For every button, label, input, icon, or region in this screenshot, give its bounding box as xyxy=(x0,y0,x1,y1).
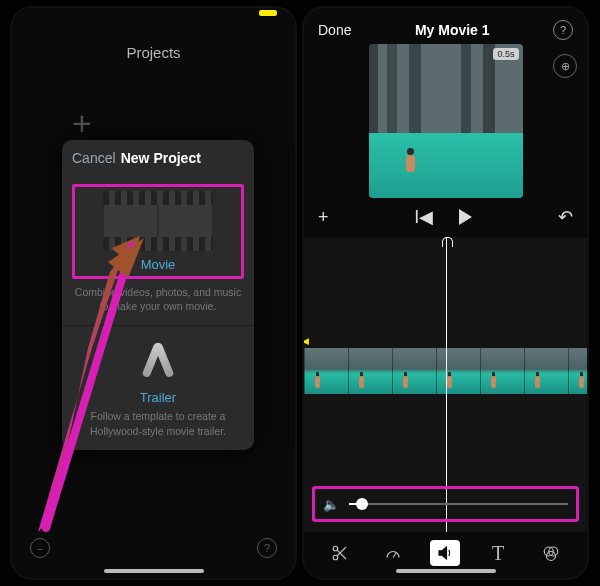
clip-thumbnail[interactable] xyxy=(436,348,480,394)
annotation-highlight: Movie xyxy=(72,184,244,279)
clip-thumbnail[interactable] xyxy=(392,348,436,394)
add-project-button[interactable]: + xyxy=(72,104,92,143)
clip-thumbnail[interactable] xyxy=(524,348,568,394)
volume-slider[interactable]: 🔈 xyxy=(312,486,579,522)
transport-controls: + I◀ ↶ xyxy=(304,206,587,228)
trailer-icon xyxy=(134,340,182,384)
undo-button[interactable]: ↶ xyxy=(558,206,573,228)
clip-duration-badge: 0.5s xyxy=(493,48,518,60)
footer-help-icon[interactable]: ? xyxy=(257,538,277,558)
volume-track[interactable] xyxy=(349,503,568,505)
status-indicator xyxy=(259,10,277,16)
sheet-title: New Project xyxy=(116,150,206,166)
phone-editor: Done My Movie 1 ? ⊕ 0.5s + I◀ ↶ xyxy=(302,6,589,580)
home-indicator[interactable] xyxy=(104,569,204,573)
project-title: My Movie 1 xyxy=(351,22,553,38)
clip-thumbnail[interactable] xyxy=(568,348,589,394)
add-media-button[interactable]: + xyxy=(318,207,329,228)
speaker-icon: 🔈 xyxy=(323,497,339,512)
movie-option-title: Movie xyxy=(81,257,235,272)
projects-header: Projects xyxy=(12,44,295,61)
titles-tool[interactable]: T xyxy=(483,540,513,566)
clip-thumbnail[interactable] xyxy=(348,348,392,394)
trailer-option-description: Follow a template to create a Hollywood-… xyxy=(72,409,244,437)
movie-option[interactable]: Movie Combine videos, photos, and music … xyxy=(62,170,254,325)
new-project-sheet: Cancel New Project Movie Combine videos,… xyxy=(62,140,254,450)
home-indicator[interactable] xyxy=(396,569,496,573)
split-tool[interactable] xyxy=(325,540,355,566)
audio-tool[interactable] xyxy=(430,540,460,566)
trailer-option[interactable]: Trailer Follow a template to create a Ho… xyxy=(62,325,254,449)
clip-thumbnail[interactable] xyxy=(304,348,348,394)
done-button[interactable]: Done xyxy=(318,22,351,38)
clip-thumbnail[interactable] xyxy=(480,348,524,394)
volume-knob[interactable] xyxy=(356,498,368,510)
edit-toolbar: T xyxy=(304,540,587,566)
video-preview[interactable]: 0.5s xyxy=(369,44,523,198)
prev-frame-button[interactable]: I◀ xyxy=(414,206,433,228)
speed-tool[interactable] xyxy=(378,540,408,566)
help-icon[interactable]: ? xyxy=(553,20,573,40)
movie-option-description: Combine videos, photos, and music to mak… xyxy=(72,285,244,313)
cancel-button[interactable]: Cancel xyxy=(72,150,116,166)
play-button[interactable] xyxy=(459,209,472,225)
tutorial-composite: Projects + Cancel New Project Movie Comb… xyxy=(0,0,600,586)
filmstrip-icon xyxy=(103,191,213,251)
trailer-option-title: Trailer xyxy=(72,390,244,405)
phone-projects: Projects + Cancel New Project Movie Comb… xyxy=(10,6,297,580)
filters-tool[interactable] xyxy=(536,540,566,566)
footer-left-icon[interactable]: – xyxy=(30,538,50,558)
zoom-icon[interactable]: ⊕ xyxy=(553,54,577,78)
